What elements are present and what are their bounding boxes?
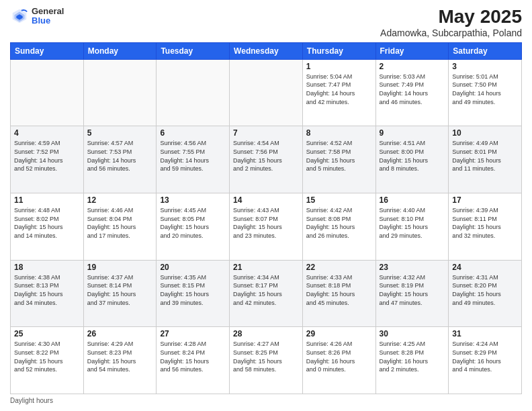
- logo-text: General Blue: [32, 7, 64, 26]
- calendar-header-row: Sunday Monday Tuesday Wednesday Thursday…: [11, 42, 522, 59]
- calendar-title: May 2025: [380, 7, 522, 28]
- title-block: May 2025 Adamowka, Subcarpathia, Poland: [380, 7, 522, 38]
- day-info: Sunrise: 4:35 AM Sunset: 8:15 PM Dayligh…: [160, 273, 226, 307]
- day-number: 30: [380, 329, 445, 338]
- table-row: 7Sunrise: 4:54 AM Sunset: 7:56 PM Daylig…: [230, 126, 303, 193]
- table-row: 2Sunrise: 5:03 AM Sunset: 7:49 PM Daylig…: [375, 59, 449, 126]
- day-number: 7: [233, 128, 299, 138]
- day-number: 8: [306, 128, 372, 138]
- table-row: 11Sunrise: 4:48 AM Sunset: 8:02 PM Dayli…: [11, 193, 84, 261]
- day-info: Sunrise: 5:01 AM Sunset: 7:50 PM Dayligh…: [452, 73, 518, 106]
- day-number: 5: [87, 128, 153, 138]
- table-row: 15Sunrise: 4:42 AM Sunset: 8:08 PM Dayli…: [302, 193, 375, 261]
- table-row: 25Sunrise: 4:30 AM Sunset: 8:22 PM Dayli…: [11, 327, 84, 394]
- calendar-table: Sunday Monday Tuesday Wednesday Thursday…: [10, 42, 522, 394]
- calendar-subtitle: Adamowka, Subcarpathia, Poland: [380, 28, 522, 38]
- day-number: 26: [87, 329, 153, 338]
- day-number: 2: [380, 62, 445, 71]
- table-row: 5Sunrise: 4:57 AM Sunset: 7:53 PM Daylig…: [83, 126, 157, 193]
- col-monday: Monday: [83, 42, 157, 59]
- day-number: 9: [380, 128, 445, 138]
- day-number: 10: [452, 128, 518, 138]
- day-info: Sunrise: 4:45 AM Sunset: 8:05 PM Dayligh…: [160, 206, 226, 240]
- day-info: Sunrise: 4:34 AM Sunset: 8:17 PM Dayligh…: [233, 273, 299, 307]
- day-info: Sunrise: 4:48 AM Sunset: 8:02 PM Dayligh…: [14, 206, 80, 240]
- day-info: Sunrise: 4:54 AM Sunset: 7:56 PM Dayligh…: [233, 139, 299, 173]
- table-row: 12Sunrise: 4:46 AM Sunset: 8:04 PM Dayli…: [83, 193, 157, 261]
- day-number: 13: [160, 195, 226, 205]
- table-row: 24Sunrise: 4:31 AM Sunset: 8:20 PM Dayli…: [449, 260, 522, 327]
- table-row: 22Sunrise: 4:33 AM Sunset: 8:18 PM Dayli…: [302, 260, 375, 327]
- table-row: [230, 59, 303, 126]
- table-row: 10Sunrise: 4:49 AM Sunset: 8:01 PM Dayli…: [449, 126, 522, 193]
- day-number: 31: [452, 329, 518, 338]
- table-row: 26Sunrise: 4:29 AM Sunset: 8:23 PM Dayli…: [83, 327, 157, 394]
- logo-icon: [10, 7, 29, 26]
- day-number: 6: [160, 128, 226, 138]
- table-row: 19Sunrise: 4:37 AM Sunset: 8:14 PM Dayli…: [83, 260, 157, 327]
- logo: General Blue: [10, 7, 64, 26]
- table-row: [157, 59, 230, 126]
- table-row: 27Sunrise: 4:28 AM Sunset: 8:24 PM Dayli…: [157, 327, 230, 394]
- day-info: Sunrise: 4:32 AM Sunset: 8:19 PM Dayligh…: [380, 273, 445, 307]
- calendar-week-row: 25Sunrise: 4:30 AM Sunset: 8:22 PM Dayli…: [11, 327, 522, 394]
- day-info: Sunrise: 4:38 AM Sunset: 8:13 PM Dayligh…: [14, 273, 80, 307]
- logo-blue-text: Blue: [32, 16, 64, 26]
- day-info: Sunrise: 4:49 AM Sunset: 8:01 PM Dayligh…: [452, 139, 518, 173]
- day-info: Sunrise: 4:56 AM Sunset: 7:55 PM Dayligh…: [160, 139, 226, 173]
- header: General Blue May 2025 Adamowka, Subcarpa…: [10, 7, 522, 38]
- day-info: Sunrise: 4:37 AM Sunset: 8:14 PM Dayligh…: [87, 273, 153, 307]
- calendar-week-row: 1Sunrise: 5:04 AM Sunset: 7:47 PM Daylig…: [11, 59, 522, 126]
- day-number: 29: [306, 329, 372, 338]
- table-row: 21Sunrise: 4:34 AM Sunset: 8:17 PM Dayli…: [230, 260, 303, 327]
- day-info: Sunrise: 4:24 AM Sunset: 8:29 PM Dayligh…: [452, 340, 518, 373]
- day-info: Sunrise: 4:39 AM Sunset: 8:11 PM Dayligh…: [452, 206, 518, 240]
- table-row: 9Sunrise: 4:51 AM Sunset: 8:00 PM Daylig…: [375, 126, 449, 193]
- calendar-week-row: 4Sunrise: 4:59 AM Sunset: 7:52 PM Daylig…: [11, 126, 522, 193]
- day-number: 11: [14, 195, 80, 205]
- table-row: 6Sunrise: 4:56 AM Sunset: 7:55 PM Daylig…: [157, 126, 230, 193]
- day-info: Sunrise: 4:43 AM Sunset: 8:07 PM Dayligh…: [233, 206, 299, 240]
- day-number: 21: [233, 263, 299, 272]
- calendar-week-row: 18Sunrise: 4:38 AM Sunset: 8:13 PM Dayli…: [11, 260, 522, 327]
- day-info: Sunrise: 4:52 AM Sunset: 7:58 PM Dayligh…: [306, 139, 372, 173]
- day-info: Sunrise: 4:59 AM Sunset: 7:52 PM Dayligh…: [14, 139, 80, 173]
- day-info: Sunrise: 5:04 AM Sunset: 7:47 PM Dayligh…: [306, 73, 372, 106]
- day-info: Sunrise: 4:42 AM Sunset: 8:08 PM Dayligh…: [306, 206, 372, 240]
- day-number: 1: [306, 62, 372, 71]
- day-number: 16: [380, 195, 445, 205]
- col-friday: Friday: [375, 42, 449, 59]
- col-wednesday: Wednesday: [230, 42, 303, 59]
- day-number: 3: [452, 62, 518, 71]
- day-number: 27: [160, 329, 226, 338]
- col-tuesday: Tuesday: [157, 42, 230, 59]
- day-info: Sunrise: 4:29 AM Sunset: 8:23 PM Dayligh…: [87, 340, 153, 373]
- calendar-week-row: 11Sunrise: 4:48 AM Sunset: 8:02 PM Dayli…: [11, 193, 522, 261]
- table-row: 16Sunrise: 4:40 AM Sunset: 8:10 PM Dayli…: [375, 193, 449, 261]
- col-sunday: Sunday: [11, 42, 84, 59]
- day-info: Sunrise: 4:57 AM Sunset: 7:53 PM Dayligh…: [87, 139, 153, 173]
- page: General Blue May 2025 Adamowka, Subcarpa…: [0, 0, 532, 411]
- day-info: Sunrise: 5:03 AM Sunset: 7:49 PM Dayligh…: [380, 73, 445, 106]
- day-info: Sunrise: 4:33 AM Sunset: 8:18 PM Dayligh…: [306, 273, 372, 307]
- footer: Daylight hours: [10, 397, 522, 404]
- day-number: 23: [380, 263, 445, 272]
- day-number: 20: [160, 263, 226, 272]
- day-info: Sunrise: 4:26 AM Sunset: 8:26 PM Dayligh…: [306, 340, 372, 373]
- logo-general-text: General: [32, 7, 64, 16]
- day-info: Sunrise: 4:40 AM Sunset: 8:10 PM Dayligh…: [380, 206, 445, 240]
- col-thursday: Thursday: [302, 42, 375, 59]
- table-row: 4Sunrise: 4:59 AM Sunset: 7:52 PM Daylig…: [11, 126, 84, 193]
- day-number: 19: [87, 263, 153, 272]
- day-number: 14: [233, 195, 299, 205]
- table-row: [83, 59, 157, 126]
- day-info: Sunrise: 4:30 AM Sunset: 8:22 PM Dayligh…: [14, 340, 80, 373]
- table-row: 20Sunrise: 4:35 AM Sunset: 8:15 PM Dayli…: [157, 260, 230, 327]
- day-number: 25: [14, 329, 80, 338]
- day-info: Sunrise: 4:51 AM Sunset: 8:00 PM Dayligh…: [380, 139, 445, 173]
- day-number: 28: [233, 329, 299, 338]
- day-info: Sunrise: 4:25 AM Sunset: 8:28 PM Dayligh…: [380, 340, 445, 373]
- table-row: 18Sunrise: 4:38 AM Sunset: 8:13 PM Dayli…: [11, 260, 84, 327]
- table-row: 23Sunrise: 4:32 AM Sunset: 8:19 PM Dayli…: [375, 260, 449, 327]
- table-row: 30Sunrise: 4:25 AM Sunset: 8:28 PM Dayli…: [375, 327, 449, 394]
